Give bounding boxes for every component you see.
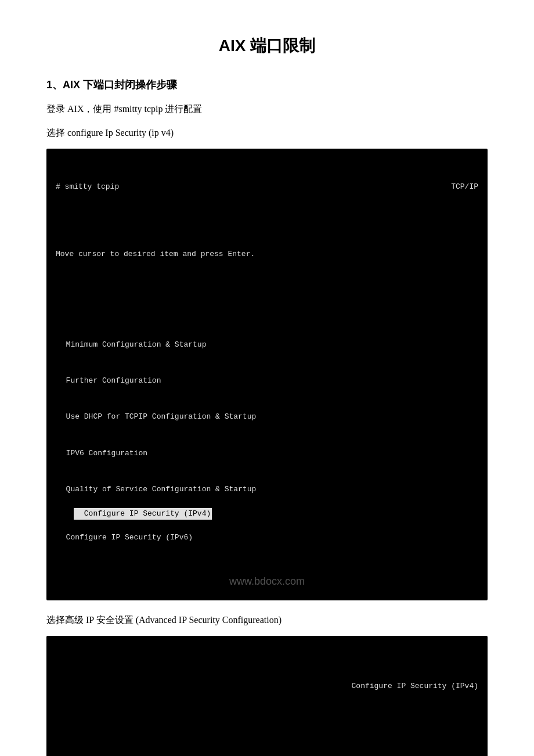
terminal1-watermark: www.bdocx.com xyxy=(229,573,305,590)
terminal-block-1: # smitty tcpip TCP/IP Move cursor to des… xyxy=(46,149,488,600)
terminal1-instruction: Move cursor to desired item and press En… xyxy=(56,249,478,261)
terminal1-menu: Minimum Configuration & Startup Further … xyxy=(56,315,478,568)
terminal-block-2: Configure IP Security (IPv4) Move cursor… xyxy=(46,636,488,756)
section2-para: 选择高级 IP 安全设置 (Advanced IP Security Confi… xyxy=(46,612,488,628)
menu-item-3: Use DHCP for TCPIP Configuration & Start… xyxy=(56,411,478,423)
terminal1-prompt: # smitty tcpip xyxy=(56,181,119,193)
menu-item-4: IPV6 Configuration xyxy=(56,448,478,460)
section1-para1: 登录 AIX，使用 #smitty tcpip 进行配置 xyxy=(46,101,488,117)
section1-para2: 选择 configure Ip Security (ip v4) xyxy=(46,125,488,141)
menu-item-6-highlighted: Configure IP Security (IPv4) xyxy=(74,508,212,520)
terminal2-title: Configure IP Security (IPv4) xyxy=(352,682,478,690)
menu-item-2: Further Configuration xyxy=(56,375,478,387)
menu-item-1: Minimum Configuration & Startup xyxy=(56,339,478,351)
menu-item-5: Quality of Service Configuration & Start… xyxy=(56,484,478,496)
terminal1-title: TCP/IP xyxy=(451,181,478,193)
section1-heading: 1、AIX 下端口封闭操作步骤 xyxy=(46,78,488,92)
menu-item-7: Configure IP Security (IPv6) xyxy=(56,532,478,544)
page-title: AIX 端口限制 xyxy=(46,35,488,57)
